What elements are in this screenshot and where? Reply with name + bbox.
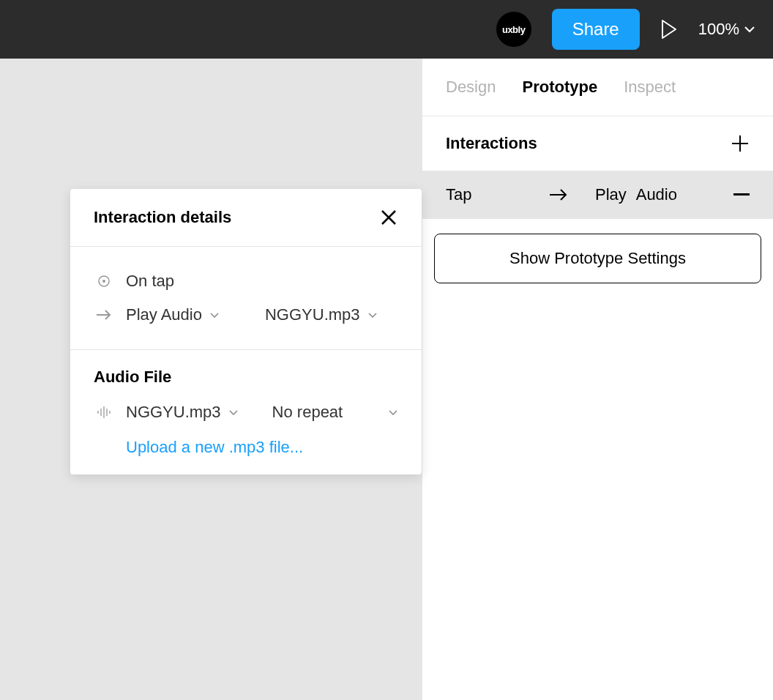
tap-icon xyxy=(97,275,111,288)
popup-header: Interaction details xyxy=(70,189,422,247)
interactions-header: Interactions xyxy=(422,116,773,171)
show-prototype-settings-button[interactable]: Show Prototype Settings xyxy=(434,234,761,283)
chevron-down-icon xyxy=(367,312,378,318)
file-dropdown[interactable]: NGGYU.mp3 xyxy=(126,403,239,422)
repeat-dropdown[interactable]: No repeat xyxy=(272,403,398,422)
chevron-down-icon xyxy=(209,312,220,318)
share-button[interactable]: Share xyxy=(552,9,640,50)
action-row: Play Audio NGGYU.mp3 xyxy=(94,298,398,332)
svg-rect-5 xyxy=(103,406,105,418)
arrow-right-icon xyxy=(548,187,569,202)
audio-file-title: Audio File xyxy=(94,368,398,387)
arrow-right-icon xyxy=(95,309,113,321)
profile-logo[interactable]: uxbly xyxy=(496,12,531,47)
tab-design[interactable]: Design xyxy=(446,78,496,97)
right-panel: Design Prototype Inspect Interactions Ta… xyxy=(422,59,773,700)
trigger-row[interactable]: On tap xyxy=(94,264,398,298)
close-popup-button[interactable] xyxy=(379,208,398,227)
tab-inspect[interactable]: Inspect xyxy=(624,78,676,97)
upload-mp3-link[interactable]: Upload a new .mp3 file... xyxy=(126,438,303,457)
chevron-down-icon xyxy=(228,409,239,415)
file-label: NGGYU.mp3 xyxy=(126,403,221,422)
play-icon xyxy=(660,19,678,40)
audio-file-row: NGGYU.mp3 No repeat xyxy=(94,395,398,429)
play-button[interactable] xyxy=(660,19,678,40)
logo-text: uxbly xyxy=(502,24,525,35)
trigger-action-section: On tap Play Audio NGGYU.mp3 xyxy=(70,247,422,350)
remove-interaction-button[interactable] xyxy=(733,193,750,196)
svg-rect-0 xyxy=(733,193,750,196)
svg-rect-4 xyxy=(100,409,102,416)
interaction-row[interactable]: Tap Play Audio xyxy=(422,171,773,219)
audio-file-section: Audio File NGGYU.mp3 No repeat xyxy=(70,350,422,474)
trigger-label: On tap xyxy=(126,272,174,291)
topbar: uxbly Share 100% xyxy=(0,0,773,59)
zoom-control[interactable]: 100% xyxy=(698,20,755,39)
svg-point-2 xyxy=(102,280,105,283)
interaction-trigger: Tap xyxy=(446,185,548,204)
minus-icon xyxy=(733,193,750,196)
plus-icon xyxy=(731,134,750,153)
action-dropdown[interactable]: Play Audio xyxy=(126,305,220,324)
interaction-details-popup: Interaction details On tap xyxy=(70,189,422,474)
audio-target-label: NGGYU.mp3 xyxy=(265,305,360,324)
action-label: Play Audio xyxy=(126,305,202,324)
sound-wave-icon xyxy=(96,406,112,419)
repeat-label: No repeat xyxy=(272,403,343,422)
svg-rect-3 xyxy=(97,411,99,414)
interaction-action: Play Audio xyxy=(595,185,733,204)
svg-rect-6 xyxy=(106,409,108,416)
chevron-down-icon xyxy=(388,409,398,415)
popup-title: Interaction details xyxy=(94,208,231,227)
interaction-arrow xyxy=(548,187,595,202)
panel-tabs: Design Prototype Inspect xyxy=(422,59,773,116)
svg-rect-7 xyxy=(109,411,111,414)
interactions-title: Interactions xyxy=(446,134,537,153)
zoom-level: 100% xyxy=(698,20,739,39)
tab-prototype[interactable]: Prototype xyxy=(522,78,597,97)
close-icon xyxy=(379,208,398,227)
add-interaction-button[interactable] xyxy=(731,134,750,153)
audio-target-dropdown[interactable]: NGGYU.mp3 xyxy=(265,305,378,324)
chevron-down-icon xyxy=(744,26,755,33)
